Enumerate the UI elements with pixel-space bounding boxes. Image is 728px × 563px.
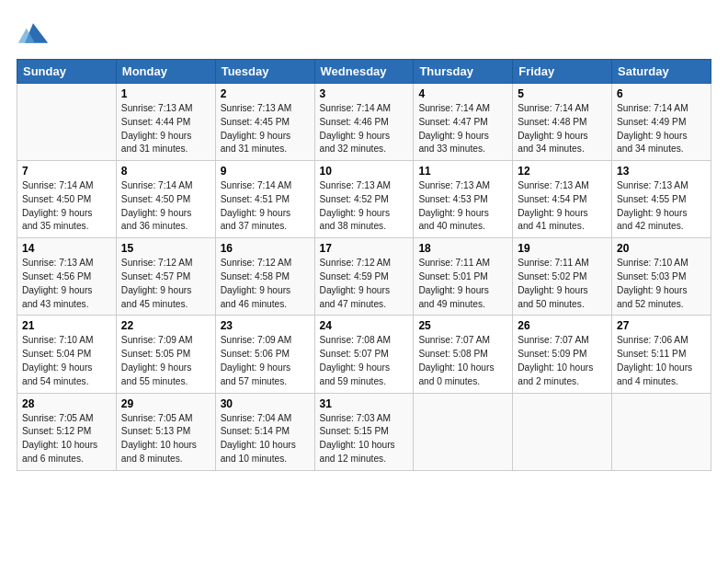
calendar-week-row: 1Sunrise: 7:13 AM Sunset: 4:44 PM Daylig…	[17, 84, 711, 161]
day-info: Sunrise: 7:14 AM Sunset: 4:47 PM Dayligh…	[418, 102, 507, 156]
weekday-header-row: SundayMondayTuesdayWednesdayThursdayFrid…	[17, 60, 711, 84]
day-number: 4	[418, 87, 507, 100]
day-info: Sunrise: 7:12 AM Sunset: 4:59 PM Dayligh…	[320, 257, 409, 311]
day-number: 10	[320, 165, 409, 178]
logo-icon	[17, 17, 50, 50]
calendar-day-3: 3Sunrise: 7:14 AM Sunset: 4:46 PM Daylig…	[314, 84, 414, 161]
calendar-day-1: 1Sunrise: 7:13 AM Sunset: 4:44 PM Daylig…	[116, 84, 215, 161]
weekday-header-friday: Friday	[513, 60, 612, 84]
logo	[17, 17, 53, 50]
day-info: Sunrise: 7:03 AM Sunset: 5:15 PM Dayligh…	[320, 412, 409, 466]
day-info: Sunrise: 7:05 AM Sunset: 5:13 PM Dayligh…	[121, 412, 210, 466]
day-number: 21	[22, 319, 111, 332]
day-number: 31	[320, 397, 409, 410]
day-info: Sunrise: 7:13 AM Sunset: 4:45 PM Dayligh…	[221, 102, 310, 156]
calendar-day-14: 14Sunrise: 7:13 AM Sunset: 4:56 PM Dayli…	[17, 238, 117, 316]
day-number: 6	[617, 87, 706, 100]
calendar-day-28: 28Sunrise: 7:05 AM Sunset: 5:12 PM Dayli…	[17, 393, 117, 470]
day-number: 12	[518, 165, 607, 178]
day-number: 30	[221, 397, 310, 410]
day-info: Sunrise: 7:14 AM Sunset: 4:51 PM Dayligh…	[221, 179, 310, 234]
calendar-day-22: 22Sunrise: 7:09 AM Sunset: 5:05 PM Dayli…	[116, 316, 215, 393]
calendar-day-7: 7Sunrise: 7:14 AM Sunset: 4:50 PM Daylig…	[17, 161, 117, 238]
day-info: Sunrise: 7:13 AM Sunset: 4:55 PM Dayligh…	[617, 179, 706, 234]
calendar-day-21: 21Sunrise: 7:10 AM Sunset: 5:04 PM Dayli…	[17, 316, 117, 393]
day-info: Sunrise: 7:06 AM Sunset: 5:11 PM Dayligh…	[617, 334, 706, 388]
weekday-header-saturday: Saturday	[612, 60, 711, 84]
weekday-header-tuesday: Tuesday	[215, 60, 314, 84]
day-info: Sunrise: 7:07 AM Sunset: 5:09 PM Dayligh…	[518, 334, 607, 388]
day-info: Sunrise: 7:14 AM Sunset: 4:50 PM Dayligh…	[121, 179, 210, 234]
calendar-day-9: 9Sunrise: 7:14 AM Sunset: 4:51 PM Daylig…	[215, 161, 314, 238]
calendar-empty-cell	[414, 393, 513, 470]
day-number: 15	[121, 242, 210, 255]
calendar-day-17: 17Sunrise: 7:12 AM Sunset: 4:59 PM Dayli…	[314, 238, 414, 316]
day-number: 8	[121, 165, 210, 178]
calendar-empty-cell	[612, 393, 711, 470]
day-number: 16	[221, 242, 310, 255]
day-number: 9	[221, 165, 310, 178]
day-info: Sunrise: 7:09 AM Sunset: 5:05 PM Dayligh…	[121, 334, 210, 388]
day-number: 28	[22, 397, 111, 410]
day-info: Sunrise: 7:13 AM Sunset: 4:52 PM Dayligh…	[320, 179, 409, 234]
day-info: Sunrise: 7:09 AM Sunset: 5:06 PM Dayligh…	[221, 334, 310, 388]
day-info: Sunrise: 7:13 AM Sunset: 4:53 PM Dayligh…	[418, 179, 507, 234]
calendar-week-row: 21Sunrise: 7:10 AM Sunset: 5:04 PM Dayli…	[17, 316, 711, 393]
calendar-day-30: 30Sunrise: 7:04 AM Sunset: 5:14 PM Dayli…	[215, 393, 314, 470]
day-info: Sunrise: 7:07 AM Sunset: 5:08 PM Dayligh…	[418, 334, 507, 388]
weekday-header-sunday: Sunday	[17, 60, 117, 84]
calendar-day-19: 19Sunrise: 7:11 AM Sunset: 5:02 PM Dayli…	[513, 238, 612, 316]
day-number: 29	[121, 397, 210, 410]
day-number: 23	[221, 319, 310, 332]
calendar-week-row: 14Sunrise: 7:13 AM Sunset: 4:56 PM Dayli…	[17, 238, 711, 316]
calendar-day-2: 2Sunrise: 7:13 AM Sunset: 4:45 PM Daylig…	[215, 84, 314, 161]
day-info: Sunrise: 7:12 AM Sunset: 4:58 PM Dayligh…	[221, 257, 310, 311]
day-number: 5	[518, 87, 607, 100]
calendar-day-16: 16Sunrise: 7:12 AM Sunset: 4:58 PM Dayli…	[215, 238, 314, 316]
day-number: 17	[320, 242, 409, 255]
day-number: 11	[418, 165, 507, 178]
calendar-day-5: 5Sunrise: 7:14 AM Sunset: 4:48 PM Daylig…	[513, 84, 612, 161]
calendar-day-12: 12Sunrise: 7:13 AM Sunset: 4:54 PM Dayli…	[513, 161, 612, 238]
calendar-table: SundayMondayTuesdayWednesdayThursdayFrid…	[17, 59, 711, 471]
day-number: 1	[121, 87, 210, 100]
calendar-header: SundayMondayTuesdayWednesdayThursdayFrid…	[17, 60, 711, 84]
page: SundayMondayTuesdayWednesdayThursdayFrid…	[0, 0, 728, 563]
calendar-day-15: 15Sunrise: 7:12 AM Sunset: 4:57 PM Dayli…	[116, 238, 215, 316]
day-info: Sunrise: 7:10 AM Sunset: 5:04 PM Dayligh…	[22, 334, 111, 388]
day-number: 14	[22, 242, 111, 255]
calendar-day-31: 31Sunrise: 7:03 AM Sunset: 5:15 PM Dayli…	[314, 393, 414, 470]
day-info: Sunrise: 7:13 AM Sunset: 4:56 PM Dayligh…	[22, 257, 111, 311]
calendar-day-24: 24Sunrise: 7:08 AM Sunset: 5:07 PM Dayli…	[314, 316, 414, 393]
weekday-header-thursday: Thursday	[414, 60, 513, 84]
calendar-body: 1Sunrise: 7:13 AM Sunset: 4:44 PM Daylig…	[17, 84, 711, 471]
calendar-day-10: 10Sunrise: 7:13 AM Sunset: 4:52 PM Dayli…	[314, 161, 414, 238]
day-info: Sunrise: 7:13 AM Sunset: 4:44 PM Dayligh…	[121, 102, 210, 156]
day-number: 27	[617, 319, 706, 332]
calendar-empty-cell	[513, 393, 612, 470]
day-info: Sunrise: 7:04 AM Sunset: 5:14 PM Dayligh…	[221, 412, 310, 466]
day-number: 22	[121, 319, 210, 332]
calendar-day-8: 8Sunrise: 7:14 AM Sunset: 4:50 PM Daylig…	[116, 161, 215, 238]
day-number: 26	[518, 319, 607, 332]
day-info: Sunrise: 7:05 AM Sunset: 5:12 PM Dayligh…	[22, 412, 111, 466]
day-info: Sunrise: 7:08 AM Sunset: 5:07 PM Dayligh…	[320, 334, 409, 388]
calendar-day-29: 29Sunrise: 7:05 AM Sunset: 5:13 PM Dayli…	[116, 393, 215, 470]
day-number: 18	[418, 242, 507, 255]
weekday-header-wednesday: Wednesday	[314, 60, 414, 84]
header	[17, 17, 711, 50]
day-number: 19	[518, 242, 607, 255]
calendar-day-6: 6Sunrise: 7:14 AM Sunset: 4:49 PM Daylig…	[612, 84, 711, 161]
day-info: Sunrise: 7:14 AM Sunset: 4:49 PM Dayligh…	[617, 102, 706, 156]
calendar-day-27: 27Sunrise: 7:06 AM Sunset: 5:11 PM Dayli…	[612, 316, 711, 393]
calendar-day-20: 20Sunrise: 7:10 AM Sunset: 5:03 PM Dayli…	[612, 238, 711, 316]
day-info: Sunrise: 7:10 AM Sunset: 5:03 PM Dayligh…	[617, 257, 706, 311]
calendar-day-4: 4Sunrise: 7:14 AM Sunset: 4:47 PM Daylig…	[414, 84, 513, 161]
calendar-day-13: 13Sunrise: 7:13 AM Sunset: 4:55 PM Dayli…	[612, 161, 711, 238]
day-info: Sunrise: 7:11 AM Sunset: 5:02 PM Dayligh…	[518, 257, 607, 311]
day-number: 3	[320, 87, 409, 100]
calendar-week-row: 7Sunrise: 7:14 AM Sunset: 4:50 PM Daylig…	[17, 161, 711, 238]
calendar-week-row: 28Sunrise: 7:05 AM Sunset: 5:12 PM Dayli…	[17, 393, 711, 470]
calendar-day-18: 18Sunrise: 7:11 AM Sunset: 5:01 PM Dayli…	[414, 238, 513, 316]
calendar-empty-cell	[17, 84, 117, 161]
